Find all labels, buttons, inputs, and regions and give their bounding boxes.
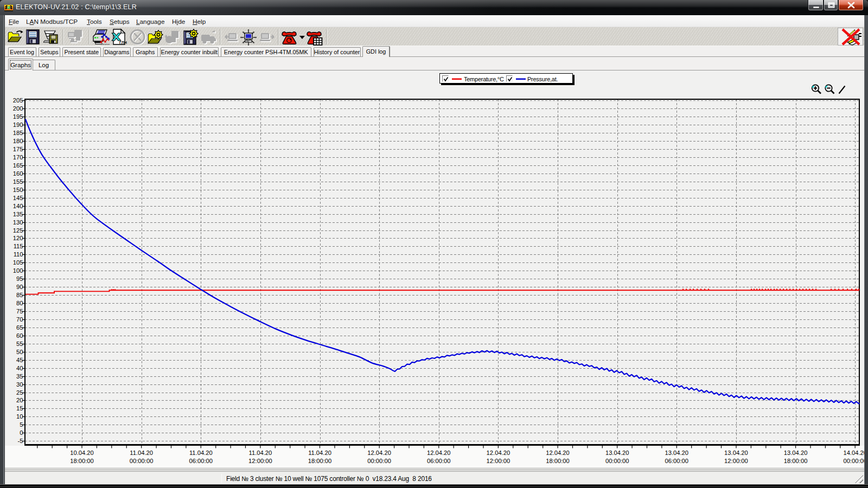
svg-text:13.04.20: 13.04.20 [724, 450, 748, 456]
svg-text:140: 140 [13, 203, 23, 209]
svg-text:13.04.20: 13.04.20 [665, 450, 689, 456]
svg-text:35: 35 [16, 373, 23, 380]
svg-text:11.04.20: 11.04.20 [189, 450, 213, 456]
svg-text:70: 70 [16, 316, 23, 323]
svg-text:55: 55 [16, 341, 23, 347]
svg-text:11.04.20: 11.04.20 [249, 450, 272, 456]
svg-text:190: 190 [13, 121, 23, 128]
svg-text:170: 170 [13, 154, 23, 160]
svg-text:12:00:00: 12:00:00 [248, 458, 272, 464]
svg-text:90: 90 [16, 284, 23, 290]
svg-text:0: 0 [20, 429, 23, 436]
svg-text:50: 50 [16, 349, 23, 355]
svg-text:20: 20 [16, 397, 23, 403]
svg-text:160: 160 [13, 170, 23, 177]
svg-text:ГЛН: ГЛН [119, 41, 127, 44]
svg-text:40: 40 [16, 365, 23, 371]
svg-text:5: 5 [20, 421, 23, 428]
svg-text:75: 75 [16, 308, 23, 314]
svg-text:60: 60 [16, 332, 23, 339]
svg-text:195: 195 [13, 113, 23, 120]
svg-text:12:00:00: 12:00:00 [724, 458, 748, 464]
svg-text:14.04.20: 14.04.20 [843, 450, 864, 456]
svg-text:12.04.20: 12.04.20 [487, 450, 510, 456]
svg-text:00:00:00: 00:00:00 [843, 458, 864, 464]
svg-text:06:00:00: 06:00:00 [189, 458, 213, 464]
svg-text:00:00:00: 00:00:00 [367, 458, 391, 464]
svg-text:06:00:00: 06:00:00 [427, 458, 451, 464]
svg-text:185: 185 [13, 130, 23, 136]
svg-text:06:00:00: 06:00:00 [665, 458, 689, 464]
svg-text:25: 25 [16, 389, 23, 396]
svg-text:12.04.20: 12.04.20 [367, 450, 391, 456]
svg-text:175: 175 [13, 146, 23, 152]
svg-text:155: 155 [13, 178, 23, 185]
svg-text:200: 200 [13, 105, 23, 112]
svg-text:11.04.20: 11.04.20 [308, 450, 331, 456]
svg-text:205: 205 [13, 97, 23, 104]
svg-text:80: 80 [16, 300, 23, 306]
svg-text:95: 95 [16, 275, 23, 282]
svg-text:10: 10 [16, 413, 23, 420]
svg-text:00:00:00: 00:00:00 [130, 458, 154, 464]
svg-text:165: 165 [13, 162, 23, 169]
svg-text:-5: -5 [18, 438, 23, 444]
svg-text:12.04.20: 12.04.20 [546, 450, 570, 456]
svg-text:85: 85 [16, 292, 23, 298]
svg-text:180: 180 [13, 138, 23, 144]
svg-text:130: 130 [13, 219, 23, 226]
svg-text:105: 105 [13, 259, 23, 266]
svg-text:100: 100 [13, 267, 23, 274]
svg-text:18:00:00: 18:00:00 [70, 458, 94, 464]
svg-text:12.04.20: 12.04.20 [427, 450, 451, 456]
svg-text:30: 30 [16, 381, 23, 388]
svg-text:145: 145 [13, 195, 23, 201]
svg-text:12:00:00: 12:00:00 [487, 458, 510, 464]
svg-text:125: 125 [13, 227, 23, 234]
svg-text:65: 65 [16, 324, 23, 331]
svg-text:135: 135 [13, 211, 23, 217]
svg-text:115: 115 [14, 243, 23, 249]
svg-text:150: 150 [13, 187, 23, 193]
svg-text:10.04.20: 10.04.20 [70, 450, 94, 456]
svg-text:18:00:00: 18:00:00 [546, 458, 570, 464]
svg-text:18:00:00: 18:00:00 [308, 458, 332, 464]
svg-text:120: 120 [13, 235, 23, 241]
svg-text:45: 45 [16, 357, 23, 363]
svg-text:13.04.20: 13.04.20 [605, 450, 629, 456]
svg-text:13.04.20: 13.04.20 [784, 450, 808, 456]
svg-text:18:00:00: 18:00:00 [784, 458, 808, 464]
svg-text:00:00:00: 00:00:00 [605, 458, 629, 464]
svg-text:11.04.20: 11.04.20 [130, 450, 153, 456]
svg-text:110: 110 [14, 251, 23, 258]
svg-text:15: 15 [16, 405, 23, 412]
